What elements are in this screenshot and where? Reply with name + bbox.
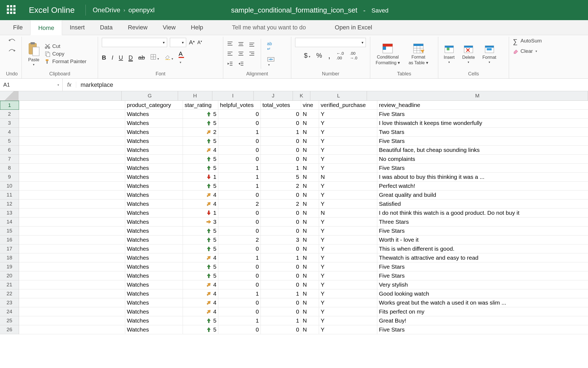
menu-review[interactable]: Review [120, 20, 155, 35]
cell[interactable]: N [301, 307, 319, 316]
cell[interactable]: product_category [125, 101, 183, 109]
cell[interactable]: 0 [261, 307, 301, 316]
font-size-select[interactable]: ▾ [170, 38, 186, 47]
cell[interactable]: 0 [261, 217, 301, 226]
cell[interactable] [19, 235, 125, 244]
column-header-K[interactable]: K [293, 91, 310, 100]
cell[interactable]: Watches [125, 325, 183, 334]
delete-cells-button[interactable]: Delete▾ [461, 44, 476, 65]
row-header-5[interactable]: 5 [0, 137, 19, 146]
cell[interactable]: Y [319, 200, 377, 208]
cell[interactable]: 0 [261, 271, 301, 280]
cell[interactable]: 0 [218, 325, 261, 334]
cell[interactable]: Y [319, 226, 377, 235]
redo-button[interactable] [8, 48, 16, 54]
cell[interactable]: 0 [261, 191, 301, 199]
cell[interactable]: 0 [261, 110, 301, 118]
cell[interactable]: 5 [183, 155, 218, 163]
row-header-11[interactable]: 11 [0, 191, 19, 200]
cell[interactable]: 5 [183, 235, 218, 244]
cell[interactable]: 0 [261, 226, 301, 235]
cell[interactable]: 4 [183, 191, 218, 199]
row-header-9[interactable]: 9 [0, 173, 19, 182]
cell[interactable] [19, 101, 125, 109]
cell[interactable]: 4 [183, 200, 218, 208]
row-header-1[interactable]: 1 [0, 101, 19, 110]
row-header-22[interactable]: 22 [0, 289, 19, 298]
cell[interactable]: Good looking watch [377, 289, 588, 298]
increase-decimal-icon[interactable]: ←.0.00 [336, 51, 344, 60]
cell[interactable] [19, 280, 125, 289]
cell[interactable]: 0 [218, 191, 261, 199]
cell[interactable]: Y [319, 128, 377, 136]
align-right-icon[interactable] [249, 51, 255, 57]
cell[interactable]: 4 [183, 146, 218, 154]
autosum-button[interactable]: ∑ AutoSum [513, 38, 542, 44]
font-color-button[interactable]: A [179, 50, 184, 65]
cell[interactable]: 0 [261, 146, 301, 154]
cell[interactable] [19, 208, 125, 217]
cell[interactable]: 0 [261, 208, 301, 217]
cell[interactable]: N [301, 155, 319, 163]
cell[interactable]: Y [319, 289, 377, 298]
align-bottom-icon[interactable] [249, 41, 255, 47]
cell[interactable]: N [301, 110, 319, 118]
row-header-12[interactable]: 12 [0, 200, 19, 208]
cell[interactable]: 1 [218, 164, 261, 172]
cell[interactable]: 0 [218, 146, 261, 154]
cell[interactable] [19, 298, 125, 307]
row-header-4[interactable]: 4 [0, 128, 19, 137]
cell[interactable]: Y [319, 298, 377, 307]
cell[interactable]: 2 [261, 200, 301, 208]
cell[interactable] [19, 146, 125, 154]
cell[interactable]: N [301, 280, 319, 289]
cell[interactable]: Y [319, 316, 377, 325]
cell[interactable]: 5 [183, 226, 218, 235]
cell[interactable]: Watches [125, 119, 183, 127]
cell[interactable]: 0 [218, 119, 261, 127]
cell[interactable] [19, 226, 125, 235]
cell[interactable]: I was about to buy this thinking it was … [377, 173, 588, 181]
row-header-26[interactable]: 26 [0, 325, 19, 334]
cell[interactable]: verified_purchase [319, 101, 377, 109]
underline-button[interactable]: U [119, 54, 123, 61]
strikethrough-button[interactable]: ab [138, 54, 145, 61]
cell[interactable]: Watches [125, 280, 183, 289]
cell[interactable]: Five Stars [377, 137, 588, 145]
format-as-table-button[interactable]: Format as Table ▾ [407, 42, 430, 66]
cell[interactable]: Y [319, 119, 377, 127]
cell[interactable]: Watches [125, 173, 183, 181]
cell[interactable]: Watches [125, 235, 183, 244]
cell[interactable]: 4 [183, 298, 218, 307]
cell[interactable]: Y [319, 271, 377, 280]
cell[interactable]: 0 [261, 280, 301, 289]
cell[interactable]: N [301, 325, 319, 334]
comma-button[interactable]: , [328, 51, 330, 60]
row-header-18[interactable]: 18 [0, 253, 19, 262]
cell[interactable]: review_headline [377, 101, 588, 109]
cell[interactable]: Watches [125, 244, 183, 253]
cell[interactable]: Y [319, 325, 377, 334]
cell[interactable]: 0 [218, 155, 261, 163]
fill-color-button[interactable] [164, 54, 173, 62]
cell[interactable]: 1 [183, 208, 218, 217]
menu-file[interactable]: File [5, 20, 30, 35]
cell[interactable]: N [301, 119, 319, 127]
cell[interactable]: Two Stars [377, 128, 588, 136]
conditional-formatting-button[interactable]: Conditional Formatting ▾ [374, 42, 402, 66]
percent-button[interactable]: % [316, 52, 322, 59]
align-center-icon[interactable] [238, 51, 244, 57]
cell[interactable]: N [301, 164, 319, 172]
cell[interactable] [19, 271, 125, 280]
cell[interactable]: Y [319, 307, 377, 316]
cell[interactable]: 1 [218, 253, 261, 262]
cell[interactable]: Fits perfect on my [377, 307, 588, 316]
clear-button[interactable]: Clear [513, 48, 537, 54]
cell[interactable]: Y [319, 191, 377, 199]
menu-home[interactable]: Home [30, 20, 62, 35]
cell[interactable]: N [301, 298, 319, 307]
cell[interactable]: 5 [183, 110, 218, 118]
cell[interactable] [19, 155, 125, 163]
menu-help[interactable]: Help [183, 20, 211, 35]
cell[interactable]: 1 [261, 316, 301, 325]
